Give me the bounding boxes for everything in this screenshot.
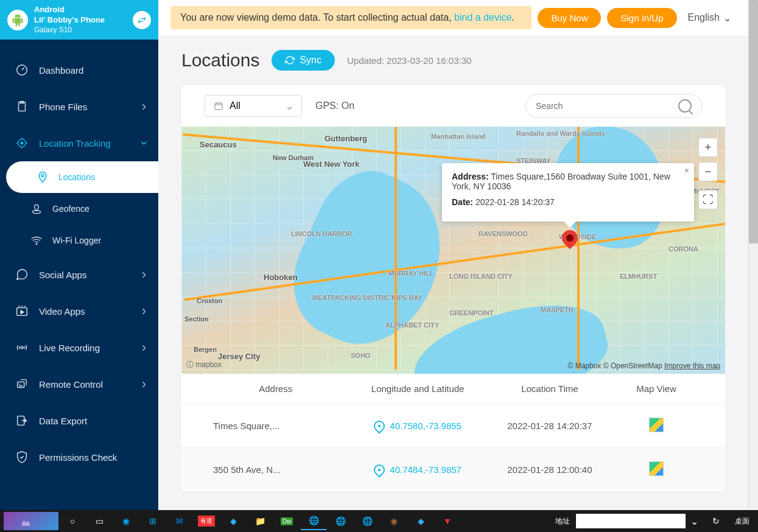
sidebar-item-label: Data Export <box>39 416 87 426</box>
sidebar-item-permissions-check[interactable]: Permissions Check <box>0 439 158 475</box>
sidebar-item-label: Permissions Check <box>39 452 117 463</box>
sidebar-item-video-apps[interactable]: Video Apps <box>0 293 158 329</box>
wifi-icon <box>29 233 44 248</box>
demo-banner: You are now viewing demo data. To start … <box>170 6 532 29</box>
taskbar-label: 桌面 <box>730 516 754 527</box>
sync-label: Sync <box>300 55 321 66</box>
taskbar-chrome[interactable]: 🌐 <box>354 512 380 530</box>
filter-row: All GPS: On <box>181 85 725 127</box>
sidebar-item-dashboard[interactable]: Dashboard <box>0 52 158 88</box>
map-label: Randalls and Wards Islands <box>516 130 605 137</box>
shield-icon <box>15 450 29 464</box>
chevron-down-icon: ⌄ <box>723 12 731 24</box>
taskbar-mail[interactable]: ✉ <box>167 512 192 530</box>
nav-list: Dashboard Phone Files Location Tracking … <box>0 40 158 488</box>
map-label: Section <box>184 315 209 323</box>
device-header: Android Lil' Bobby's Phone Galaxy S10 <box>0 0 158 40</box>
map-label: Bergen <box>194 346 217 353</box>
svg-point-4 <box>41 175 44 177</box>
svg-point-6 <box>36 243 37 245</box>
geofence-icon <box>29 201 44 216</box>
map-attribution: © Mapbox © OpenStreetMap Improve this ma… <box>568 362 721 370</box>
banner-text-after: . <box>511 12 514 23</box>
scrollbar[interactable] <box>748 0 758 510</box>
col-time: Location Time <box>489 383 611 394</box>
cell-coords[interactable]: 40.7580,-73.9855 <box>346 421 488 432</box>
taskbar-chrome[interactable]: 🌐 <box>301 512 326 530</box>
sidebar-item-locations[interactable]: Locations <box>6 161 158 193</box>
main-area: You are now viewing demo data. To start … <box>158 0 748 510</box>
sidebar-item-label: Social Apps <box>39 270 86 280</box>
cell-coords[interactable]: 40.7484,-73.9857 <box>346 464 488 475</box>
chevron-down-icon[interactable]: ⌄ <box>687 516 702 527</box>
taskbar-app[interactable]: Dw <box>274 512 300 530</box>
taskbar-app[interactable]: 有道 <box>194 512 219 530</box>
taskbar-chrome[interactable]: 🌐 <box>328 512 353 530</box>
map-label: New Durham <box>273 154 314 161</box>
map-label: ELMHURST <box>620 273 657 280</box>
taskbar-app[interactable]: ◆ <box>220 512 246 530</box>
chat-icon <box>15 267 29 282</box>
cell-mapview[interactable] <box>611 418 702 434</box>
taskbar-label: 地址 <box>550 516 575 527</box>
map-label: MEATPACKING DISTRICT <box>312 294 394 301</box>
sidebar-item-wifi-logger[interactable]: Wi-Fi Logger <box>0 225 158 256</box>
cell-address: 350 5th Ave, N... <box>205 464 346 475</box>
cell-mapview[interactable] <box>611 461 702 478</box>
banner-text-before: You are now viewing demo data. To start … <box>180 12 454 23</box>
zoom-out-button[interactable]: − <box>698 162 718 181</box>
taskbar-taskview[interactable]: ▭ <box>86 512 112 530</box>
search-box[interactable] <box>525 94 702 118</box>
buy-now-button[interactable]: Buy Now <box>538 8 601 28</box>
sync-button[interactable]: Sync <box>272 50 335 71</box>
taskbar-store[interactable]: ⊞ <box>140 512 166 530</box>
fullscreen-button[interactable]: ⛶ <box>698 190 718 209</box>
taskbar-explorer[interactable]: 📁 <box>247 512 273 530</box>
taskbar-address-input[interactable] <box>576 514 686 528</box>
table-header: Address Longitude and Latitude Location … <box>181 374 725 404</box>
sign-in-button[interactable]: Sign In/Up <box>607 8 676 28</box>
sidebar-item-data-export[interactable]: Data Export <box>0 402 158 439</box>
taskbar-app[interactable]: ◆ <box>408 512 433 530</box>
recording-icon <box>15 340 29 355</box>
dashboard-icon <box>15 63 29 77</box>
close-icon[interactable]: × <box>684 166 689 175</box>
improve-map-link[interactable]: Improve this map <box>664 362 720 370</box>
taskbar-search[interactable]: ○ <box>60 512 85 530</box>
language-label: English <box>688 12 720 23</box>
search-input[interactable] <box>536 101 672 111</box>
map-controls: + − ⛶ <box>698 138 718 209</box>
sidebar-item-remote-control[interactable]: Remote Control <box>0 366 158 402</box>
language-select[interactable]: English ⌄ <box>683 12 736 24</box>
sidebar-item-label: Location Tracking <box>39 138 111 149</box>
date-filter-dropdown[interactable]: All <box>205 95 302 117</box>
target-icon <box>15 136 29 150</box>
taskbar-refresh[interactable]: ↻ <box>703 512 729 530</box>
scrollbar-thumb[interactable] <box>749 0 758 243</box>
map[interactable]: Secaucus Guttenberg West New York New Du… <box>181 127 725 374</box>
sidebar-item-phone-files[interactable]: Phone Files <box>0 88 158 125</box>
zoom-in-button[interactable]: + <box>698 138 718 157</box>
swap-device-icon[interactable] <box>133 11 151 29</box>
sidebar-item-live-recording[interactable]: Live Recording <box>0 329 158 366</box>
cell-time: 2022-01-28 12:00:40 <box>489 464 611 475</box>
map-label: GREENPOINT <box>449 309 494 317</box>
sidebar-item-label: Wi-Fi Logger <box>52 236 101 245</box>
taskbar-start[interactable] <box>4 512 58 530</box>
taskbar-edge[interactable]: ◉ <box>113 512 139 530</box>
remote-icon <box>15 377 29 391</box>
map-label: Hoboken <box>264 273 298 282</box>
sidebar-item-label: Geofence <box>52 204 89 214</box>
taskbar-app[interactable]: ◉ <box>381 512 407 530</box>
sidebar-item-social-apps[interactable]: Social Apps <box>0 256 158 293</box>
table-row: Times Square,... 40.7580,-73.9855 2022-0… <box>181 404 725 447</box>
cell-time: 2022-01-28 14:20:37 <box>489 421 611 431</box>
map-label: MASPETH <box>541 306 574 313</box>
taskbar-app[interactable]: ▼ <box>435 512 460 530</box>
search-icon[interactable] <box>678 99 692 113</box>
sidebar-item-geofence[interactable]: Geofence <box>0 193 158 225</box>
map-view-icon <box>649 461 664 476</box>
sidebar-item-location-tracking[interactable]: Location Tracking <box>0 125 158 161</box>
map-info-popup: × Address: Times Square,1560 Broadway Su… <box>442 163 694 222</box>
bind-device-link[interactable]: bind a device <box>454 12 511 23</box>
